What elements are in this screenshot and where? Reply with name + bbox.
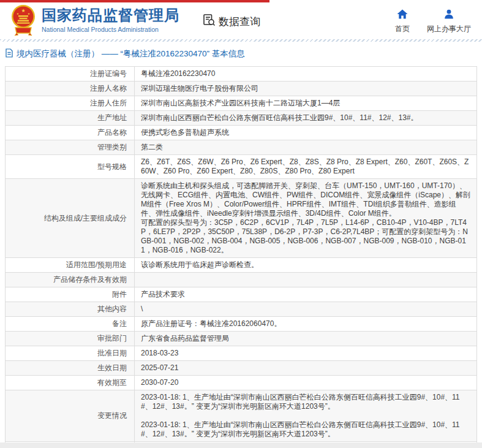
row-value: 粤械注准20162230470 [135, 67, 477, 82]
data-query-label: 数据查询 [219, 15, 260, 29]
row-label-text: 生产地址 [97, 113, 127, 122]
row-value [135, 273, 477, 287]
value-paragraph: 可配置的探头型号为：3C5P，6C2P，6CV1P，7L4P，7L5P，L14-… [141, 218, 470, 255]
row-value-text: 深圳市南山区西丽白芒松白公路东侧百旺信高科技工业园9#、10#、11#、12#、… [141, 113, 418, 122]
row-label-text: 有效期至 [97, 378, 127, 387]
row-label: 产品名称 [6, 126, 135, 140]
row-label: 管理类别 [6, 140, 135, 155]
table-row: 生效日期2025-07-21 [6, 361, 477, 376]
row-value: 原产品注册证号：粤械注准20162060470。 [135, 317, 477, 332]
table-row: 生产地址深圳市南山区西丽白芒松白公路东侧百旺信高科技工业园9#、10#、11#、… [6, 111, 477, 126]
table-row: 注册人名称深圳迈瑞生物医疗电子股份有限公司 [6, 82, 477, 96]
row-value-text: 第二类 [141, 143, 163, 151]
row-label-text: 注册人住所 [90, 99, 127, 107]
svg-text:★: ★ [21, 8, 25, 13]
row-label-text: 附件 [112, 290, 127, 298]
table-row: 备注原产品注册证号：粤械注准20162060470。 [6, 317, 477, 332]
nav-item-service-hall-label: 网上办事大厅 [427, 24, 471, 34]
table-row: 批准日期2018-03-23 [6, 346, 477, 361]
table-row: 结构及组成/主要组成成分诊断系统由主机和探头组成，可选配脚踏开关、穿刺架、台车（… [6, 179, 477, 258]
row-value: \ [135, 302, 477, 317]
breadcrumb: 境内医疗器械（注册） —— “粤械注准20162230470” 基本信息 [0, 42, 482, 66]
table-row: 注册人住所深圳市南山区高新技术产业园区科技南十二路迈瑞大厦1—4层 [6, 96, 477, 111]
table-row: 审批部门广东省食品药品监督管理局 [6, 332, 477, 346]
table-row: 型号规格Z6、Z6T、Z6S、Z6W、Z6 Pro、Z6 Expert、Z8、Z… [6, 155, 477, 179]
nav-item-service-hall[interactable]: 网上办事大厅 [427, 9, 471, 34]
header-nav: 首页 网上办事大厅 [395, 9, 473, 34]
row-value-text: 深圳市南山区高新技术产业园区科技南十二路迈瑞大厦1—4层 [141, 99, 340, 107]
row-value: 2018-03-23 [135, 346, 477, 361]
national-emblem-logo: ★ ★ ★ [11, 4, 36, 39]
table-row: 产品名称便携式彩色多普勒超声系统 [6, 126, 477, 140]
row-label-text: 管理类别 [97, 143, 127, 151]
value-paragraph [141, 411, 470, 420]
row-label-text: 产品储存条件及有效期 [53, 275, 127, 284]
row-label-text: 结构及组成/主要组成成分 [44, 214, 127, 222]
row-label-text: 生效日期 [97, 363, 127, 372]
row-label: 生产地址 [6, 111, 135, 126]
row-value-text: \ [141, 305, 143, 313]
row-value-text: 产品技术要求 [141, 290, 185, 298]
row-label: 备注 [6, 317, 135, 332]
row-value: 深圳迈瑞生物医疗电子股份有限公司 [135, 82, 477, 96]
registration-info-table: 注册证编号粤械注准20162230470注册人名称深圳迈瑞生物医疗电子股份有限公… [5, 66, 477, 448]
row-value: 深圳市南山区高新技术产业园区科技南十二路迈瑞大厦1—4层 [135, 96, 477, 111]
agency-name-en: National Medical Products Administration [42, 26, 179, 33]
value-paragraph: 2023-01-18: 1、生产地址由“深圳市南山区西丽白芒松白公路东侧百旺信高… [141, 393, 470, 411]
row-value: 2025-07-21 [135, 361, 477, 376]
table-row: 变更情况2023-01-18: 1、生产地址由“深圳市南山区西丽白芒松白公路东侧… [6, 390, 477, 442]
table-row: 有效期至2030-07-20 [6, 376, 477, 390]
nav-item-home[interactable]: 首页 [395, 9, 410, 34]
table-row: 其他内容\ [6, 302, 477, 317]
data-query-button[interactable]: 数据查询 [203, 13, 260, 29]
row-label-text: 备注 [112, 319, 127, 328]
row-label-text: 注册证编号 [90, 69, 127, 78]
footer-strip [0, 442, 482, 448]
row-value: 该诊断系统用于临床超声诊断检查。 [135, 258, 477, 273]
row-label-text: 注册人名称 [90, 84, 127, 93]
row-value-text: 该诊断系统用于临床超声诊断检查。 [141, 260, 258, 269]
site-header: ★ ★ ★ 国家药品监督管理局 National Medical Product… [0, 0, 482, 39]
row-value-text: 粤械注准20162230470 [141, 69, 215, 78]
nav-item-home-label: 首页 [395, 24, 410, 34]
row-label: 审批部门 [6, 332, 135, 346]
row-label: 生效日期 [6, 361, 135, 376]
row-label-text: 变更情况 [97, 411, 127, 420]
row-label: 注册人住所 [6, 96, 135, 111]
row-value-text: 原产品注册证号：粤械注准20162060470。 [141, 319, 281, 328]
table-row: 产品储存条件及有效期 [6, 273, 477, 287]
row-value-text: 便携式彩色多普勒超声系统 [141, 128, 229, 137]
table-row: 适用范围/预期用途该诊断系统用于临床超声诊断检查。 [6, 258, 477, 273]
row-value: 广东省食品药品监督管理局 [135, 332, 477, 346]
row-label: 结构及组成/主要组成成分 [6, 179, 135, 258]
row-value: 诊断系统由主机和探头组成，可选配脚踏开关、穿刺架、台车（UMT-150，UMT-… [135, 179, 477, 258]
row-value-text: 2030-07-20 [141, 378, 178, 387]
registration-table-body: 注册证编号粤械注准20162230470注册人名称深圳迈瑞生物医疗电子股份有限公… [6, 67, 477, 448]
row-value: 便携式彩色多普勒超声系统 [135, 126, 477, 140]
home-icon [397, 9, 408, 21]
row-label: 产品储存条件及有效期 [6, 273, 135, 287]
user-icon [444, 9, 454, 21]
top-red-bar [0, 0, 269, 2]
row-label-text: 批准日期 [97, 349, 127, 357]
svg-text:★: ★ [28, 12, 30, 15]
agency-title-block: 国家药品监督管理局 National Medical Products Admi… [42, 7, 179, 33]
row-value-text: 广东省食品药品监督管理局 [141, 334, 229, 343]
row-value-text: 2025-07-21 [141, 363, 178, 372]
row-value-text: 深圳迈瑞生物医疗电子股份有限公司 [141, 84, 258, 93]
row-value: 深圳市南山区西丽白芒松白公路东侧百旺信高科技工业园9#、10#、11#、12#、… [135, 111, 477, 126]
row-value: 2030-07-20 [135, 376, 477, 390]
table-row: 管理类别第二类 [6, 140, 477, 155]
row-label: 注册证编号 [6, 67, 135, 82]
row-label-text: 审批部门 [97, 334, 127, 343]
row-value: Z6、Z6T、Z6S、Z6W、Z6 Pro、Z6 Expert、Z8、Z8S、Z… [135, 155, 477, 179]
value-paragraph: 诊断系统由主机和探头组成，可选配脚踏开关、穿刺架、台车（UMT-150，UMT-… [141, 181, 470, 218]
row-value: 产品技术要求 [135, 287, 477, 302]
breadcrumb-text: 境内医疗器械（注册） —— “粤械注准20162230470” 基本信息 [17, 48, 245, 59]
row-label: 注册人名称 [6, 82, 135, 96]
row-label: 变更情况 [6, 390, 135, 442]
row-label-text: 适用范围/预期用途 [66, 260, 127, 269]
value-paragraph: 2023-01-18: 1、生产地址由“深圳市南山区西丽白芒松白公路东侧百旺信高… [141, 420, 470, 439]
row-label: 有效期至 [6, 376, 135, 390]
row-label-text: 其他内容 [97, 305, 127, 313]
